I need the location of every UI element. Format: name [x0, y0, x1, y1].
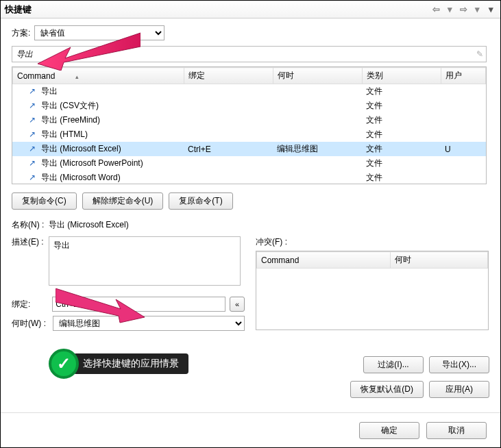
conflict-label: 冲突(F) :: [256, 236, 489, 248]
desc-label: 描述(E) :: [12, 236, 49, 248]
description-text: 导出: [53, 240, 70, 250]
filter-input[interactable]: [12, 47, 474, 62]
col-binding[interactable]: 绑定: [184, 68, 273, 84]
export-icon: ↗: [29, 101, 38, 110]
col-when[interactable]: 何时: [273, 68, 363, 84]
cancel-button[interactable]: 取消: [426, 422, 487, 439]
copy-command-button[interactable]: 复制命令(C): [12, 192, 77, 210]
conflict-table[interactable]: Command 何时: [256, 251, 489, 330]
export-icon: ↗: [29, 173, 38, 182]
export-icon: ↗: [29, 158, 38, 168]
check-icon: ✓: [49, 349, 79, 379]
nav-back-menu-icon[interactable]: ▾: [444, 4, 455, 14]
titlebar: 快捷键 ⇦ ▾ ⇨ ▾ ▾: [1, 1, 500, 18]
table-row[interactable]: ↗导出 (CSV文件)文件: [12, 99, 486, 113]
description-box: 导出: [49, 236, 241, 286]
export-icon: ↗: [29, 129, 38, 139]
export-button[interactable]: 导出(X)...: [429, 356, 489, 373]
table-row[interactable]: ↗导出 (HTML)文件: [12, 127, 486, 142]
export-icon: ↗: [29, 144, 38, 153]
title-text: 快捷键: [5, 3, 32, 16]
sort-asc-icon: ▴: [75, 73, 79, 80]
nav-menu-icon[interactable]: ▾: [485, 4, 496, 14]
separator: [1, 412, 500, 413]
table-row[interactable]: ↗导出 (Microsoft PowerPoint)文件: [12, 156, 486, 171]
binding-input[interactable]: [52, 297, 225, 312]
table-header-row[interactable]: Command▴ 绑定 何时 类别 用户: [13, 68, 486, 84]
scheme-label: 方案:: [12, 27, 30, 39]
filter-button[interactable]: 过滤(I)...: [363, 356, 424, 373]
name-label: 名称(N) :: [12, 219, 49, 231]
commands-table[interactable]: Command▴ 绑定 何时 类别 用户 ↗导出文件↗导出 (CSV文件)文件↗…: [12, 66, 487, 184]
restore-command-button[interactable]: 复原命令(T): [169, 192, 232, 210]
col-command[interactable]: Command▴: [13, 68, 184, 84]
when-select[interactable]: 编辑思维图: [53, 316, 245, 331]
ok-button[interactable]: 确定: [359, 422, 419, 439]
when-label: 何时(W) :: [12, 318, 49, 329]
nav-back-icon[interactable]: ⇦: [430, 4, 441, 14]
export-icon: ↗: [29, 115, 38, 125]
table-row[interactable]: ↗导出 (Microsoft Word)文件: [12, 171, 486, 184]
annotation-text: 选择快捷键的应用情景: [73, 353, 188, 374]
binding-helper-button[interactable]: «: [230, 297, 245, 312]
filter-box[interactable]: ✎: [12, 46, 487, 62]
conflict-col-when[interactable]: 何时: [391, 252, 488, 269]
export-icon: ↗: [29, 86, 38, 96]
binding-label: 绑定:: [12, 299, 48, 310]
table-row[interactable]: ↗导出 (Microsoft Excel)Ctrl+E编辑思维图文件U: [12, 142, 486, 156]
nav-icons: ⇦ ▾ ⇨ ▾ ▾: [430, 4, 496, 14]
col-category[interactable]: 类别: [363, 68, 441, 84]
table-row[interactable]: ↗导出文件: [12, 84, 486, 99]
selected-name: 导出 (Microsoft Excel): [49, 219, 129, 231]
clear-filter-icon[interactable]: ✎: [474, 49, 486, 59]
table-row[interactable]: ↗导出 (FreeMind)文件: [12, 113, 486, 127]
unbind-command-button[interactable]: 解除绑定命令(U): [82, 192, 164, 210]
annotation-badge: ✓ 选择快捷键的应用情景: [49, 349, 188, 379]
restore-defaults-button[interactable]: 恢复默认值(D): [350, 381, 424, 398]
conflict-col-command[interactable]: Command: [257, 252, 391, 269]
scheme-select[interactable]: 缺省值: [34, 25, 164, 40]
nav-fwd-icon[interactable]: ⇨: [458, 4, 469, 14]
col-user[interactable]: 用户: [441, 68, 486, 84]
nav-fwd-menu-icon[interactable]: ▾: [472, 4, 482, 14]
apply-button[interactable]: 应用(A): [429, 381, 489, 398]
